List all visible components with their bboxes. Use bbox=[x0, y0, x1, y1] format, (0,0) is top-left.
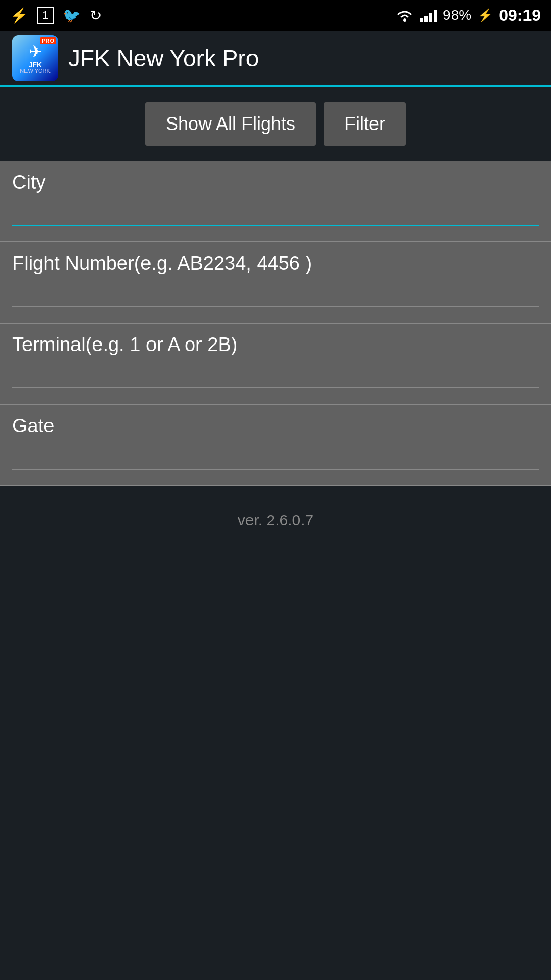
logo-plane-icon: ✈ bbox=[29, 42, 42, 61]
gate-input[interactable] bbox=[12, 445, 539, 470]
pro-badge: PRO bbox=[40, 37, 56, 44]
form-container: City Flight Number(e.g. AB2234, 4456 ) T… bbox=[0, 161, 551, 486]
time-display: 09:19 bbox=[499, 6, 541, 25]
flight-number-input[interactable] bbox=[12, 283, 539, 307]
screen-number-icon: 1 bbox=[37, 7, 54, 24]
status-bar-left: ⚡ 1 🐦 ↻ bbox=[10, 7, 102, 24]
flight-number-field-container: Flight Number(e.g. AB2234, 4456 ) bbox=[0, 242, 551, 324]
twitter-bird-icon: 🐦 bbox=[63, 7, 81, 24]
terminal-input[interactable] bbox=[12, 364, 539, 388]
button-row: Show All Flights Filter bbox=[0, 87, 551, 161]
show-all-flights-button[interactable]: Show All Flights bbox=[145, 102, 316, 146]
city-input[interactable] bbox=[12, 202, 539, 226]
status-bar: ⚡ 1 🐦 ↻ 98% ⚡ 09:19 bbox=[0, 0, 551, 31]
filter-button[interactable]: Filter bbox=[324, 102, 406, 146]
app-header: ✈ JFK NEW YORK PRO JFK New York Pro bbox=[0, 31, 551, 87]
version-text: ver. 2.6.0.7 bbox=[238, 511, 313, 528]
logo-text: JFK bbox=[29, 61, 42, 68]
gate-field-container: Gate bbox=[0, 405, 551, 486]
flight-number-label: Flight Number(e.g. AB2234, 4456 ) bbox=[12, 253, 539, 275]
city-label: City bbox=[12, 172, 539, 193]
version-display: ver. 2.6.0.7 bbox=[0, 486, 551, 544]
app-logo: ✈ JFK NEW YORK PRO bbox=[12, 35, 58, 81]
logo-subtext: NEW YORK bbox=[20, 68, 51, 74]
wifi-icon bbox=[395, 8, 414, 22]
status-bar-right: 98% ⚡ 09:19 bbox=[395, 6, 541, 25]
svg-point-0 bbox=[403, 19, 406, 22]
refresh-icon: ↻ bbox=[90, 7, 102, 24]
city-field-container: City bbox=[0, 161, 551, 242]
terminal-field-container: Terminal(e.g. 1 or A or 2B) bbox=[0, 324, 551, 405]
battery-charging-icon: ⚡ bbox=[478, 8, 493, 22]
terminal-label: Terminal(e.g. 1 or A or 2B) bbox=[12, 334, 539, 356]
gate-label: Gate bbox=[12, 415, 539, 437]
signal-bars bbox=[420, 8, 437, 22]
app-title: JFK New York Pro bbox=[68, 44, 259, 72]
usb-icon: ⚡ bbox=[10, 7, 28, 24]
battery-percent: 98% bbox=[443, 7, 471, 23]
